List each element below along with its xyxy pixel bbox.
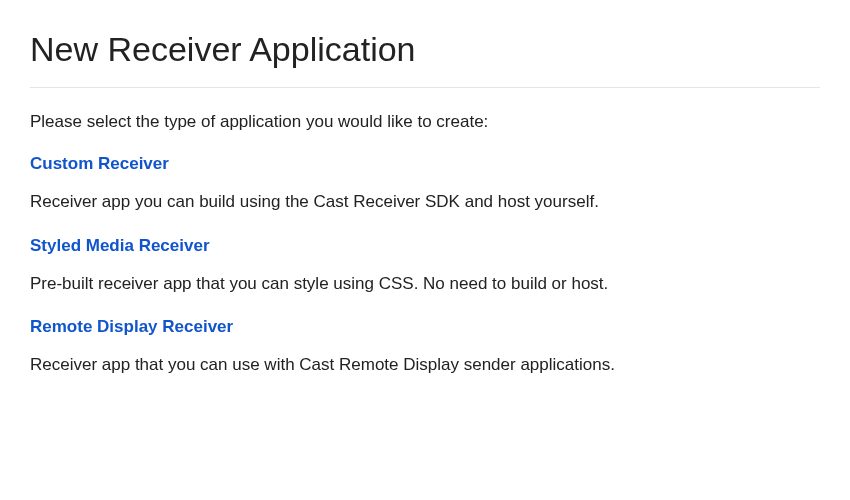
custom-receiver-description: Receiver app you can build using the Cas… — [30, 190, 820, 214]
page-title: New Receiver Application — [30, 30, 820, 69]
remote-display-receiver-description: Receiver app that you can use with Cast … — [30, 353, 820, 377]
option-remote-display-receiver: Remote Display Receiver Receiver app tha… — [30, 317, 820, 377]
option-styled-media-receiver: Styled Media Receiver Pre-built receiver… — [30, 236, 820, 296]
styled-media-receiver-description: Pre-built receiver app that you can styl… — [30, 272, 820, 296]
divider — [30, 87, 820, 88]
option-custom-receiver: Custom Receiver Receiver app you can bui… — [30, 154, 820, 214]
custom-receiver-link[interactable]: Custom Receiver — [30, 154, 169, 174]
intro-text: Please select the type of application yo… — [30, 110, 820, 134]
remote-display-receiver-link[interactable]: Remote Display Receiver — [30, 317, 233, 337]
styled-media-receiver-link[interactable]: Styled Media Receiver — [30, 236, 210, 256]
